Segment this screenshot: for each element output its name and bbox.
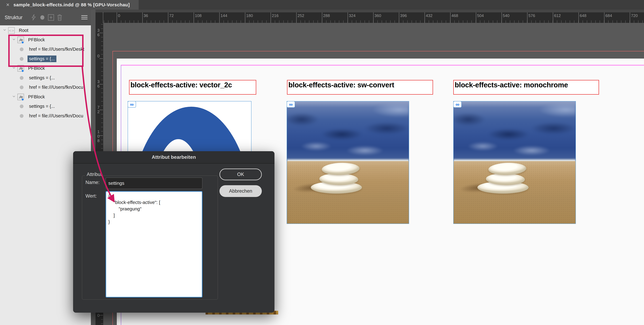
attribute-dot-icon [20, 76, 24, 80]
record-dot-icon[interactable] [38, 13, 47, 22]
frame-label: block-effects-active: vector_2c [130, 80, 256, 89]
tree-item-label: PFBlock [26, 37, 46, 43]
attribute-dot-icon [20, 105, 24, 108]
groupbox-label: Attribut [85, 172, 104, 177]
chevron-down-icon[interactable] [12, 94, 16, 100]
link-badge-icon: ∞ [453, 101, 462, 108]
attribute-dot-icon [20, 57, 24, 61]
text-frame-vector-2c[interactable]: block-effects-active: vector_2c [129, 80, 256, 95]
tree-item-pfblock-1[interactable]: PFBlock [0, 35, 91, 45]
ruler-number: 144 [220, 13, 227, 18]
ok-button[interactable]: OK [220, 169, 262, 180]
dialog-title: Attribut bearbeiten [152, 154, 196, 160]
edit-attribute-dialog: Attribut bearbeiten Attribut Name: Wert:… [73, 151, 274, 313]
tree-item-label: href = file:///Users/fkn/Docu [28, 84, 85, 91]
dialog-header[interactable]: Attribut bearbeiten [73, 151, 274, 164]
ruler-number: 540 [503, 13, 510, 18]
horizontal-ruler[interactable]: 0367210814418021625228832436039643246850… [96, 12, 644, 23]
ruler-number: 576 [528, 13, 535, 18]
attribute-name-input[interactable] [106, 177, 202, 189]
ruler-number: 288 [323, 13, 330, 18]
ruler-number: 72 [169, 13, 174, 18]
tree-item-href-3[interactable]: href = file:///Users/fkn/Docu [0, 111, 91, 121]
chevron-down-icon[interactable] [2, 28, 7, 33]
tree-item-label-selected: settings = {... [28, 56, 56, 62]
photo-frame-monochrome[interactable]: ∞ [453, 101, 576, 224]
document-title: sample_block-effects.indd @ 88 % [GPU-Vo… [14, 2, 130, 8]
tree-item-pfblock-3[interactable]: PFBlock [0, 92, 91, 102]
tree-item-href-2[interactable]: href = file:///Users/fkn/Docu [0, 83, 91, 92]
tree-item-pfblock-2[interactable]: PFBlock [0, 64, 91, 73]
title-bar: × sample_block-effects.indd @ 88 % [GPU-… [0, 0, 644, 10]
tree-item-href-1[interactable]: href = file:///Users/fkn/Deskt [0, 45, 91, 54]
ruler-number: 36 [96, 80, 100, 88]
tree-item-label: PFBlock [26, 94, 46, 100]
validate-lightning-icon[interactable] [29, 13, 38, 22]
tree-item-label: settings = {... [28, 103, 56, 110]
ruler-number: 0 [118, 13, 120, 18]
tree-item-label: settings = {... [28, 75, 56, 81]
ocean-area [454, 101, 576, 161]
ruler-number: 0 [96, 54, 100, 58]
chevron-down-icon[interactable] [12, 66, 16, 71]
ruler-number: 0 [96, 313, 100, 318]
ruler-number: 72 [96, 105, 100, 114]
ruler-number: 108 [195, 13, 202, 18]
tree-item-settings-3[interactable]: settings = {... [0, 102, 91, 111]
ruler-number: 252 [298, 13, 304, 18]
element-icon [17, 37, 24, 43]
structure-panel-header: Struktur [0, 10, 91, 25]
structure-panel-title: Struktur [5, 15, 22, 21]
tree-item-label: Root [17, 27, 30, 34]
attribute-dot-icon [20, 86, 24, 89]
ruler-number: 504 [477, 13, 484, 18]
photo-frame-sw-convert[interactable]: ∞ [287, 101, 409, 224]
frame-label: block-effects-active: monochrome [454, 80, 598, 89]
margin-guide-top [121, 65, 644, 65]
tree-item-settings-2[interactable]: settings = {... [0, 73, 91, 83]
trash-icon[interactable] [55, 13, 64, 22]
ruler-number: 36 [96, 28, 100, 37]
ruler-number: 180 [246, 13, 253, 18]
ruler-number: 432 [426, 13, 432, 18]
element-icon [17, 65, 24, 72]
ruler-number: 324 [349, 13, 356, 18]
text-frame-sw-convert[interactable]: block-effects-active: sw-convert [287, 80, 433, 95]
panel-menu-icon[interactable] [80, 13, 89, 22]
document-tab[interactable]: × sample_block-effects.indd @ 88 % [GPU-… [0, 0, 139, 10]
ruler-number: 612 [554, 13, 561, 18]
ruler-number: 396 [400, 13, 407, 18]
tree-item-root[interactable]: <> Root [0, 26, 91, 35]
ruler-number: 36 [144, 13, 148, 18]
ruler-number: 108 [96, 130, 100, 143]
element-icon [17, 94, 24, 100]
ruler-number: 720 [631, 13, 638, 18]
chevron-down-icon[interactable] [12, 37, 16, 43]
frame-label: block-effects-active: sw-convert [288, 80, 432, 89]
ruler-corner-box [96, 12, 103, 23]
add-element-icon[interactable] [47, 13, 55, 22]
cancel-button[interactable]: Abbrechen [220, 185, 262, 197]
close-tab-icon[interactable]: × [6, 2, 10, 8]
root-element-icon: <> [8, 27, 15, 34]
ruler-number: 684 [605, 13, 612, 18]
tree-item-label: href = file:///Users/fkn/Deskt [28, 46, 86, 53]
ruler-number: 468 [452, 13, 458, 18]
attribute-dot-icon [20, 48, 24, 51]
ruler-number: 648 [580, 13, 586, 18]
tree-item-label: PFBlock [26, 65, 46, 72]
ruler-number: 216 [272, 13, 278, 18]
tree-item-label: href = file:///Users/fkn/Docu [28, 113, 85, 119]
attribute-dot-icon [20, 114, 24, 118]
tree-item-settings-1[interactable]: settings = {... [0, 54, 91, 64]
ruler-number: 360 [374, 13, 381, 18]
link-badge-icon: ∞ [287, 101, 295, 108]
ruler-top-strip [96, 10, 644, 12]
svg-text:<>: <> [9, 29, 14, 33]
attribute-value-textarea[interactable] [106, 191, 202, 297]
text-frame-monochrome[interactable]: block-effects-active: monochrome [453, 80, 599, 95]
link-badge-icon: ∞ [128, 101, 136, 108]
ocean-area [287, 101, 409, 161]
wert-label: Wert: [86, 193, 97, 199]
name-label: Name: [86, 180, 100, 185]
